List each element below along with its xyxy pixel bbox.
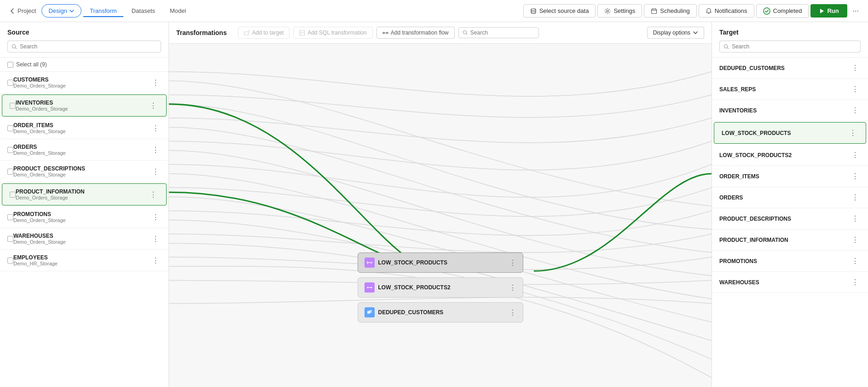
- source-item-info: CUSTOMERS Demo_Orders_Storage: [13, 76, 150, 88]
- target-item-menu[interactable]: ⋮: [850, 105, 861, 116]
- source-item-checkbox[interactable]: [7, 236, 13, 242]
- source-item-menu[interactable]: ⋮: [148, 189, 159, 200]
- source-item-sub: Demo_Orders_Storage: [13, 150, 150, 156]
- transform-search-input[interactable]: [470, 29, 535, 36]
- transform-node-deduped[interactable]: DEDUPED_CUSTOMERS ⋮: [358, 302, 523, 322]
- notifications-button[interactable]: Notifications: [699, 4, 754, 18]
- transform-flow-icon-2: [365, 282, 375, 293]
- tab-datasets[interactable]: Datasets: [125, 5, 162, 17]
- tab-transform[interactable]: Transform: [83, 5, 123, 17]
- target-item-menu[interactable]: ⋮: [847, 128, 858, 138]
- source-item-checkbox[interactable]: [10, 192, 16, 198]
- target-item-name: ORDER_ITEMS: [719, 173, 850, 180]
- scheduling-button[interactable]: Scheduling: [644, 4, 696, 18]
- source-item-menu[interactable]: ⋮: [150, 77, 161, 88]
- target-search-box: [719, 41, 861, 53]
- target-item[interactable]: ORDERS ⋮: [712, 187, 868, 208]
- transform-header: Transformations Add to target Add SQL tr…: [169, 22, 712, 44]
- target-item-menu[interactable]: ⋮: [850, 63, 861, 73]
- more-options-button[interactable]: ···: [849, 4, 862, 18]
- source-item-checkbox[interactable]: [7, 80, 13, 86]
- transform-node-name-3: DEDUPED_CUSTOMERS: [378, 309, 505, 316]
- source-item[interactable]: PRODUCT_INFORMATION Demo_Orders_Storage …: [2, 183, 167, 205]
- source-item-menu[interactable]: ⋮: [150, 123, 161, 134]
- transform-node-low-stock2[interactable]: LOW_STOCK_PRODUCTS2 ⋮: [358, 277, 523, 298]
- source-search-box: [7, 41, 161, 53]
- source-item-checkbox[interactable]: [7, 169, 13, 175]
- display-options-button[interactable]: Display options: [647, 27, 704, 39]
- search-icon: [12, 44, 17, 50]
- select-source-data-button[interactable]: Select source data: [523, 4, 596, 18]
- target-item[interactable]: SALES_REPS ⋮: [712, 79, 868, 100]
- source-item-name: EMPLOYEES: [13, 254, 150, 261]
- target-item-menu[interactable]: ⋮: [850, 192, 861, 203]
- source-header: Source: [0, 22, 168, 58]
- source-item-info: ORDER_ITEMS Demo_Orders_Storage: [13, 122, 150, 134]
- target-item-menu[interactable]: ⋮: [850, 84, 861, 94]
- back-arrow-icon: [9, 8, 16, 14]
- source-item[interactable]: ORDERS Demo_Orders_Storage ⋮: [0, 139, 168, 161]
- target-item-menu[interactable]: ⋮: [850, 256, 861, 266]
- source-item-checkbox[interactable]: [10, 103, 16, 109]
- transform-node-name-2: LOW_STOCK_PRODUCTS2: [378, 284, 505, 291]
- transform-node-low-stock[interactable]: LOW_STOCK_PRODUCTS ⋮: [358, 252, 523, 273]
- back-button[interactable]: Project: [6, 6, 40, 16]
- target-item-menu[interactable]: ⋮: [850, 213, 861, 224]
- target-item[interactable]: PROMOTIONS ⋮: [712, 251, 868, 272]
- target-item-menu[interactable]: ⋮: [850, 235, 861, 245]
- source-item[interactable]: INVENTORIES Demo_Orders_Storage ⋮: [2, 94, 167, 117]
- settings-button[interactable]: Settings: [597, 4, 642, 18]
- add-to-target-button[interactable]: Add to target: [238, 27, 290, 39]
- source-item-menu[interactable]: ⋮: [150, 234, 161, 244]
- target-item[interactable]: ORDER_ITEMS ⋮: [712, 166, 868, 187]
- source-item-checkbox[interactable]: [7, 125, 13, 131]
- gear-icon: [604, 8, 611, 14]
- run-button[interactable]: Run: [810, 4, 847, 18]
- transform-node-menu-2[interactable]: ⋮: [509, 283, 516, 292]
- source-item-menu[interactable]: ⋮: [150, 145, 161, 155]
- source-search-input[interactable]: [20, 43, 157, 50]
- svg-rect-2: [652, 9, 657, 13]
- target-item[interactable]: PRODUCT_INFORMATION ⋮: [712, 229, 868, 251]
- transform-node-menu-3[interactable]: ⋮: [509, 308, 516, 317]
- source-item[interactable]: EMPLOYEES Demo_HR_Storage ⋮: [0, 250, 168, 271]
- target-item-menu[interactable]: ⋮: [850, 277, 861, 287]
- target-search-input[interactable]: [732, 43, 856, 50]
- source-item[interactable]: WAREHOUSES Demo_Orders_Storage ⋮: [0, 228, 168, 250]
- target-item-name: LOW_STOCK_PRODUCTS2: [719, 152, 850, 158]
- add-sql-button[interactable]: Add SQL transformation: [293, 27, 372, 39]
- add-flow-button[interactable]: Add transformation flow: [376, 27, 455, 39]
- tab-transform-label: Transform: [90, 7, 117, 14]
- target-item-menu[interactable]: ⋮: [850, 150, 861, 160]
- target-item[interactable]: INVENTORIES ⋮: [712, 100, 868, 121]
- source-item-menu[interactable]: ⋮: [148, 100, 159, 111]
- tab-model[interactable]: Model: [163, 5, 192, 17]
- flow-node-icon: [366, 259, 373, 266]
- source-item-menu[interactable]: ⋮: [150, 212, 161, 223]
- target-item-name: PRODUCT_INFORMATION: [719, 237, 850, 243]
- source-item-info: PRODUCT_DESCRIPTIONS Demo_Orders_Storage: [13, 165, 150, 177]
- source-item-name: INVENTORIES: [16, 100, 148, 106]
- tab-design[interactable]: Design: [41, 4, 81, 18]
- select-all-checkbox[interactable]: [7, 62, 13, 68]
- source-item-checkbox[interactable]: [7, 214, 13, 220]
- target-item[interactable]: DEDUPED_CUSTOMERS ⋮: [712, 58, 868, 79]
- source-item-checkbox[interactable]: [7, 258, 13, 264]
- target-item[interactable]: PRODUCT_DESCRIPTIONS ⋮: [712, 208, 868, 229]
- target-item[interactable]: LOW_STOCK_PRODUCTS ⋮: [714, 122, 866, 144]
- target-item-name: PRODUCT_DESCRIPTIONS: [719, 216, 850, 222]
- source-item-checkbox[interactable]: [7, 147, 13, 153]
- tab-design-label: Design: [48, 7, 67, 14]
- source-item-menu[interactable]: ⋮: [150, 255, 161, 266]
- transform-node-menu-1[interactable]: ⋮: [509, 258, 516, 267]
- source-item[interactable]: PRODUCT_DESCRIPTIONS Demo_Orders_Storage…: [0, 161, 168, 182]
- source-item[interactable]: CUSTOMERS Demo_Orders_Storage ⋮: [0, 72, 168, 94]
- source-item[interactable]: PROMOTIONS Demo_Orders_Storage ⋮: [0, 206, 168, 228]
- target-item[interactable]: WAREHOUSES ⋮: [712, 272, 868, 293]
- check-circle-icon: [763, 7, 770, 15]
- target-item-menu[interactable]: ⋮: [850, 171, 861, 182]
- source-item[interactable]: ORDER_ITEMS Demo_Orders_Storage ⋮: [0, 117, 168, 139]
- source-item-sub: Demo_Orders_Storage: [13, 83, 150, 88]
- source-item-menu[interactable]: ⋮: [150, 166, 161, 177]
- target-item[interactable]: LOW_STOCK_PRODUCTS2 ⋮: [712, 145, 868, 166]
